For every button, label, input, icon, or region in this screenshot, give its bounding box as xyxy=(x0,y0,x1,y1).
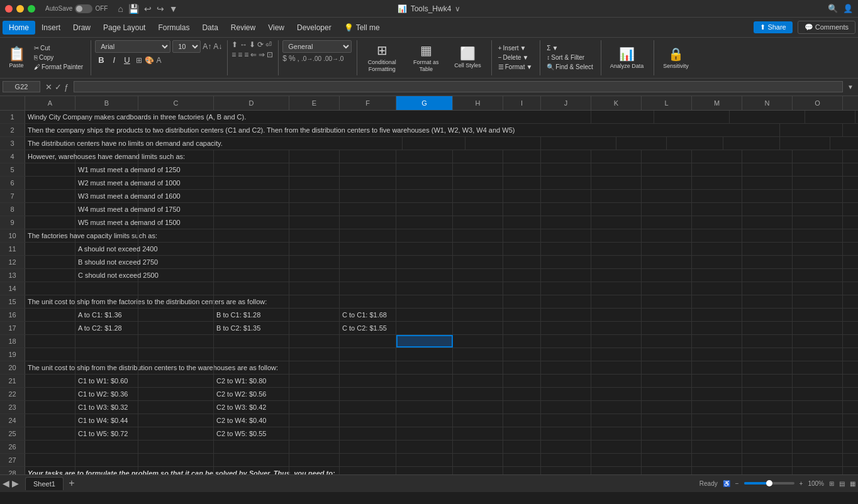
cell-B1[interactable] xyxy=(591,111,654,123)
menu-page-layout[interactable]: Page Layout xyxy=(97,21,152,35)
format-dropdown-icon[interactable]: ▼ xyxy=(526,63,532,70)
col-header-A[interactable]: A xyxy=(25,96,75,110)
align-top-icon[interactable]: ⬆ xyxy=(231,40,238,49)
minimize-button[interactable] xyxy=(16,5,24,13)
borders-button[interactable]: ⊞ xyxy=(136,56,142,65)
menu-tell-me[interactable]: 💡Tell me xyxy=(338,21,386,35)
cell-A4[interactable]: However, warehouses have demand limits s… xyxy=(25,150,75,163)
col-header-P[interactable]: P xyxy=(843,96,858,110)
zoom-out-icon[interactable]: − xyxy=(735,480,739,487)
underline-button[interactable]: U xyxy=(121,54,133,66)
insert-dropdown-icon[interactable]: ▼ xyxy=(520,45,526,52)
undo-icon[interactable]: ↩ xyxy=(144,4,152,14)
cell-F1[interactable] xyxy=(855,111,858,123)
menu-formulas[interactable]: Formulas xyxy=(152,21,196,35)
conditional-formatting-button[interactable]: ⊞ Conditional Formatting xyxy=(361,40,403,75)
cell-styles-button[interactable]: ⬜ Cell Styles xyxy=(449,43,486,72)
search-icon[interactable]: 🔍 xyxy=(828,4,838,14)
increase-decimal-button[interactable]: .0→.00 xyxy=(301,55,321,62)
menu-home[interactable]: Home xyxy=(3,21,35,35)
spreadsheet[interactable]: A B C D E F G H I J K L M N O P 1 Windy … xyxy=(0,96,858,474)
cell-reference-box[interactable] xyxy=(3,81,40,92)
col-header-E[interactable]: E xyxy=(289,96,340,110)
cell-E1[interactable] xyxy=(805,111,855,123)
autosave-pill[interactable] xyxy=(75,4,92,13)
scroll-sheets-right-icon[interactable]: ▶ xyxy=(12,478,19,488)
orientation-icon[interactable]: ⟳ xyxy=(257,40,264,49)
cell-A1[interactable]: Windy City Company makes cardboards in t… xyxy=(25,111,591,123)
col-header-J[interactable]: J xyxy=(541,96,591,110)
cancel-formula-icon[interactable]: ✕ xyxy=(45,82,52,92)
col-header-F[interactable]: F xyxy=(340,96,396,110)
cell-A2[interactable]: Then the company ships the products to t… xyxy=(25,124,780,136)
font-color-button[interactable]: A xyxy=(157,56,162,65)
cell-C1[interactable] xyxy=(654,111,730,123)
font-select[interactable]: Arial xyxy=(95,40,170,53)
menu-insert[interactable]: Insert xyxy=(35,21,67,35)
scroll-sheets-left-icon[interactable]: ◀ xyxy=(3,478,9,488)
align-right-button[interactable]: ≡ xyxy=(244,50,248,59)
comma-button[interactable]: , xyxy=(298,54,299,63)
home-icon[interactable]: ⌂ xyxy=(118,4,123,14)
percent-button[interactable]: % xyxy=(289,54,296,63)
expand-formula-bar-icon[interactable]: ▼ xyxy=(845,82,855,92)
increase-font-icon[interactable]: A↑ xyxy=(203,42,211,51)
menu-draw[interactable]: Draw xyxy=(67,21,97,35)
align-middle-icon[interactable]: ↔ xyxy=(240,40,247,49)
align-center-button[interactable]: ≡ xyxy=(238,50,242,59)
row-header-3[interactable]: 3 xyxy=(0,137,25,150)
cell-D1[interactable] xyxy=(730,111,805,123)
copy-button[interactable]: ⎘Copy xyxy=(31,53,86,62)
page-layout-view-icon[interactable]: ▤ xyxy=(839,480,845,487)
col-header-B[interactable]: B xyxy=(75,96,138,110)
menu-review[interactable]: Review xyxy=(225,21,262,35)
currency-button[interactable]: $ xyxy=(282,54,287,63)
add-sheet-button[interactable]: + xyxy=(65,476,79,490)
delete-cells-button[interactable]: − Delete ▼ xyxy=(496,53,535,62)
page-break-view-icon[interactable]: ▦ xyxy=(850,480,855,487)
wrap-text-button[interactable]: ⏎ xyxy=(265,40,272,49)
col-header-L[interactable]: L xyxy=(642,96,692,110)
sort-filter-button[interactable]: ↕Sort & Filter xyxy=(544,53,595,62)
col-header-C[interactable]: C xyxy=(138,96,214,110)
maximize-button[interactable] xyxy=(28,5,35,13)
decrease-decimal-button[interactable]: .00→.0 xyxy=(323,55,343,62)
menu-data[interactable]: Data xyxy=(196,21,224,35)
menu-developer[interactable]: Developer xyxy=(291,21,338,35)
formula-input[interactable] xyxy=(74,81,843,92)
col-header-I[interactable]: I xyxy=(503,96,541,110)
cell-B2[interactable] xyxy=(780,124,843,136)
format-painter-button[interactable]: 🖌Format Painter xyxy=(31,63,86,71)
autosave-toggle[interactable]: AutoSave OFF xyxy=(45,4,108,13)
share-button[interactable]: ⬆ Share xyxy=(754,21,792,33)
sheet-tab-sheet1[interactable]: Sheet1 xyxy=(25,477,64,490)
col-header-G[interactable]: G xyxy=(396,96,453,110)
zoom-in-icon[interactable]: + xyxy=(800,480,803,487)
col-header-D[interactable]: D xyxy=(214,96,289,110)
delete-dropdown-icon[interactable]: ▼ xyxy=(522,54,528,61)
align-bottom-icon[interactable]: ⬇ xyxy=(249,40,255,49)
format-cells-button[interactable]: ☰ Format ▼ xyxy=(496,63,535,71)
bold-button[interactable]: B xyxy=(95,54,107,66)
align-left-button[interactable]: ≡ xyxy=(231,50,236,59)
insert-cells-button[interactable]: + Insert ▼ xyxy=(496,44,535,52)
save-icon[interactable]: 💾 xyxy=(128,4,139,14)
row-header-4[interactable]: 4 xyxy=(0,150,25,163)
redo-icon[interactable]: ↪ xyxy=(157,4,164,14)
col-header-O[interactable]: O xyxy=(793,96,843,110)
insert-function-icon[interactable]: ƒ xyxy=(64,82,69,92)
profile-icon[interactable]: 👤 xyxy=(843,4,853,14)
fill-color-button[interactable]: 🎨 xyxy=(145,56,154,65)
accessibility-icon[interactable]: ♿ xyxy=(723,480,730,487)
row-header-1[interactable]: 1 xyxy=(0,111,25,123)
sensitivity-button[interactable]: 🔒 Sensitivity xyxy=(658,44,694,72)
col-header-M[interactable]: M xyxy=(692,96,742,110)
zoom-slider[interactable] xyxy=(744,482,794,485)
close-button[interactable] xyxy=(5,5,13,13)
customize-icon[interactable]: ▼ xyxy=(169,4,178,14)
comments-button[interactable]: 💬 Comments xyxy=(798,21,855,34)
col-header-H[interactable]: H xyxy=(453,96,503,110)
col-header-K[interactable]: K xyxy=(591,96,642,110)
format-as-table-button[interactable]: ▦ Format as Table xyxy=(405,40,447,75)
paste-button[interactable]: 📋 Paste xyxy=(3,45,30,71)
